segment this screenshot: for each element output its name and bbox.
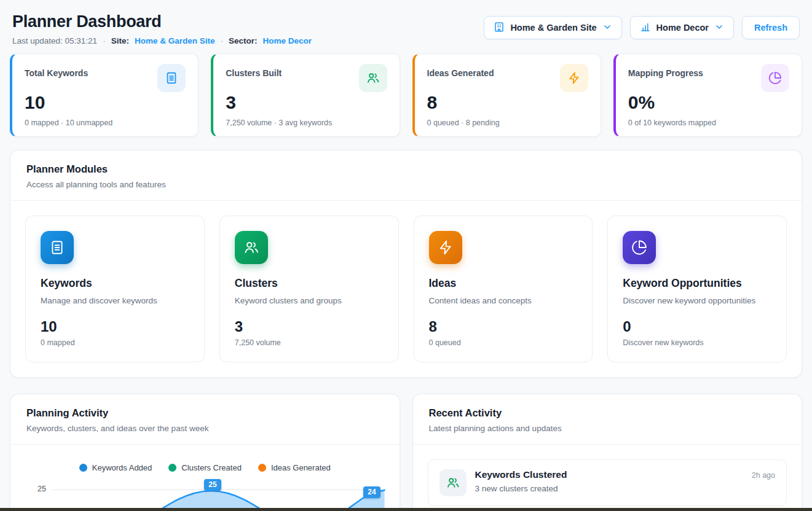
activity-content: Keywords Clustered 2h ago 3 new clusters…	[475, 469, 776, 496]
last-updated-text: Last updated: 05:31:21	[12, 36, 97, 45]
sector-link[interactable]: Home Decor	[262, 36, 312, 45]
legend-item-clusters-created[interactable]: Clusters Created	[168, 463, 242, 472]
legend-item-ideas-generated[interactable]: Ideas Generated	[258, 463, 331, 472]
stat-detail: 0 mapped · 10 unmapped	[25, 119, 186, 127]
modules-panel-header: Planner Modules Access all planning tool…	[10, 150, 802, 200]
header-meta: Last updated: 05:31:21 · Site: Home & Ga…	[12, 36, 312, 45]
sector-selector-label: Home Decor	[656, 23, 709, 33]
page-header: Planner Dashboard Last updated: 05:31:21…	[10, 0, 802, 45]
screen-edge-bar	[0, 508, 812, 511]
file-text-icon	[157, 64, 186, 92]
planning-activity-subtitle: Keywords, clusters, and ideas over the p…	[26, 424, 384, 433]
chart-plot-area: 25 25 24	[25, 475, 385, 511]
legend-dot-icon	[168, 464, 176, 472]
stat-detail: 0 of 10 keywords mapped	[628, 119, 789, 127]
users-icon	[235, 231, 268, 264]
activity-timestamp: 2h ago	[752, 471, 775, 480]
meta-separator: ·	[220, 36, 223, 45]
stat-detail: 0 queued · 8 pending	[427, 119, 588, 127]
stat-value: 10	[25, 93, 186, 112]
planning-activity-title: Planning Activity	[26, 407, 384, 419]
site-link[interactable]: Home & Garden Site	[135, 36, 215, 45]
module-title: Keyword Opportunities	[623, 277, 771, 290]
header-toolbar: Home & Garden Site Home Decor Refresh	[484, 12, 800, 39]
stat-card-mapping-progress: Mapping Progress 0% 0 of 10 keywords map…	[613, 53, 802, 137]
refresh-button[interactable]: Refresh	[742, 16, 800, 39]
planning-activity-panel: Planning Activity Keywords, clusters, an…	[10, 394, 400, 511]
module-title: Clusters	[235, 277, 384, 290]
chevron-down-icon	[714, 22, 724, 34]
planning-activity-chart: Keywords Added Clusters Created Ideas Ge…	[10, 445, 400, 511]
site-selector-label: Home & Garden Site	[510, 23, 596, 33]
recent-activity-title: Recent Activity	[429, 407, 786, 419]
data-point-label: 24	[363, 486, 380, 498]
planner-modules-panel: Planner Modules Access all planning tool…	[10, 150, 802, 378]
pie-chart-icon	[761, 64, 789, 92]
module-description: Content ideas and concepts	[429, 296, 578, 305]
module-value: 10	[41, 318, 189, 335]
users-icon	[359, 64, 387, 92]
stat-card-total-keywords: Total Keywords 10 0 mapped · 10 unmapped	[10, 53, 199, 137]
stat-label: Mapping Progress	[628, 64, 703, 78]
bar-chart-icon	[640, 21, 651, 34]
module-description: Manage and discover keywords	[41, 296, 189, 305]
file-text-icon	[41, 231, 74, 264]
users-icon	[440, 469, 467, 496]
sector-label: Sector:	[229, 36, 258, 45]
module-description: Discover new keyword opportunities	[623, 296, 771, 305]
module-value: 3	[235, 318, 384, 335]
activity-list-item: Keywords Clustered 2h ago 3 new clusters…	[428, 459, 787, 506]
stat-value: 8	[427, 93, 588, 112]
module-detail: Discover new keywords	[623, 338, 771, 347]
module-card-keyword-opportunities[interactable]: Keyword Opportunities Discover new keywo…	[607, 216, 787, 362]
legend-label: Ideas Generated	[271, 463, 331, 472]
module-card-keywords[interactable]: Keywords Manage and discover keywords 10…	[25, 216, 205, 362]
chevron-down-icon	[602, 22, 612, 34]
lightning-icon	[560, 64, 588, 92]
stats-row: Total Keywords 10 0 mapped · 10 unmapped…	[10, 53, 802, 137]
stat-card-ideas-generated: Ideas Generated 8 0 queued · 8 pending	[412, 53, 601, 137]
module-description: Keyword clusters and groups	[235, 296, 384, 305]
lightning-icon	[429, 231, 462, 264]
modules-title: Planner Modules	[26, 163, 786, 175]
stat-label: Total Keywords	[25, 64, 88, 78]
stat-detail: 7,250 volume · 3 avg keywords	[226, 119, 387, 127]
stat-value: 0%	[628, 93, 789, 112]
module-title: Ideas	[429, 277, 578, 290]
meta-separator: ·	[103, 36, 106, 45]
pie-chart-icon	[623, 231, 656, 264]
recent-activity-header: Recent Activity Latest planning actions …	[413, 394, 802, 444]
legend-item-keywords-added[interactable]: Keywords Added	[79, 463, 152, 472]
planning-activity-header: Planning Activity Keywords, clusters, an…	[10, 394, 400, 444]
module-card-ideas[interactable]: Ideas Content ideas and concepts 8 0 que…	[414, 216, 593, 362]
legend-dot-icon	[258, 464, 266, 472]
legend-label: Keywords Added	[92, 463, 152, 472]
modules-grid: Keywords Manage and discover keywords 10…	[25, 216, 787, 362]
module-detail: 0 queued	[429, 338, 578, 347]
building-icon	[494, 21, 505, 34]
activity-title: Keywords Clustered	[475, 469, 567, 480]
recent-activity-subtitle: Latest planning actions and updates	[429, 424, 786, 433]
legend-label: Clusters Created	[181, 463, 242, 472]
module-value: 0	[623, 318, 771, 335]
site-label: Site:	[111, 36, 129, 45]
module-detail: 0 mapped	[41, 338, 189, 347]
data-point-label: 25	[204, 479, 221, 491]
stat-label: Ideas Generated	[427, 64, 494, 78]
page-title: Planner Dashboard	[12, 12, 312, 31]
module-card-clusters[interactable]: Clusters Keyword clusters and groups 3 7…	[219, 216, 399, 362]
planner-dashboard-page: Planner Dashboard Last updated: 05:31:21…	[0, 0, 812, 511]
sector-selector-dropdown[interactable]: Home Decor	[630, 16, 734, 39]
recent-activity-panel: Recent Activity Latest planning actions …	[412, 394, 803, 511]
stat-card-clusters-built: Clusters Built 3 7,250 volume · 3 avg ke…	[211, 53, 400, 137]
stat-value: 3	[226, 93, 387, 112]
module-title: Keywords	[41, 277, 189, 290]
module-value: 8	[429, 318, 578, 335]
chart-legend: Keywords Added Clusters Created Ideas Ge…	[25, 463, 385, 472]
y-axis-tick: 25	[37, 485, 46, 493]
stat-label: Clusters Built	[226, 64, 282, 78]
module-detail: 7,250 volume	[235, 338, 384, 347]
site-selector-dropdown[interactable]: Home & Garden Site	[484, 16, 621, 39]
legend-dot-icon	[79, 464, 87, 472]
activity-description: 3 new clusters created	[475, 484, 776, 493]
